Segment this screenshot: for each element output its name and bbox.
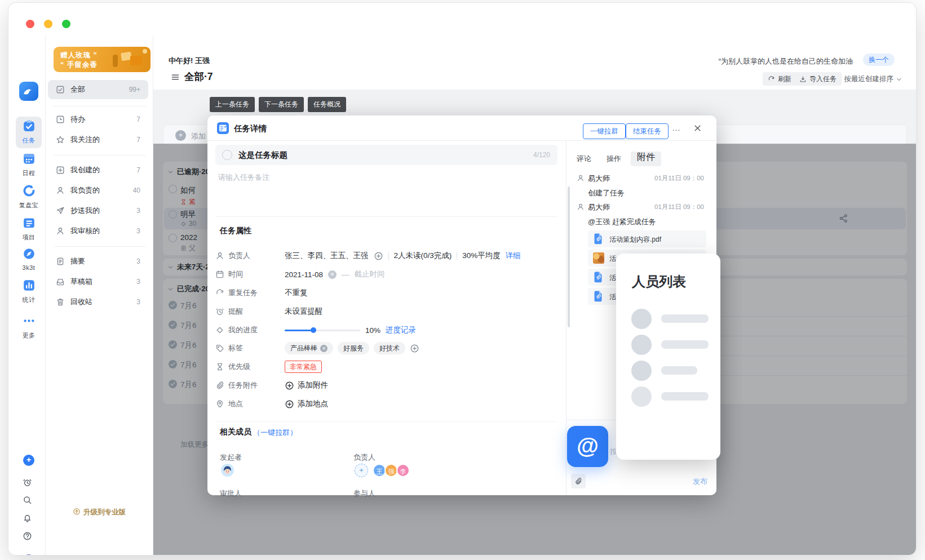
add-location-button[interactable]: 添加地点 <box>285 399 328 409</box>
pdf-attachment-icon <box>594 291 603 302</box>
due-date-placeholder[interactable]: 截止时间 <box>355 269 385 279</box>
refresh-icon <box>768 75 775 83</box>
tag-chip[interactable]: 好服务 <box>338 342 369 354</box>
import-tasks-button[interactable]: 导入任务 <box>794 72 842 86</box>
screen: 任务 日程 复盘宝 项目 3k3t 统计 更多 + <box>0 0 925 560</box>
mention-button[interactable]: @ <box>567 426 608 467</box>
slider-knob[interactable] <box>311 327 316 333</box>
todo-icon <box>56 115 65 124</box>
tag-chip[interactable]: 好技术 <box>374 342 405 354</box>
next-task-tooltip[interactable]: 下一条任务 <box>259 97 304 112</box>
rail-item-project[interactable]: 项目 <box>16 216 42 242</box>
prop-priority: 优先级 非常紧急 <box>215 360 559 374</box>
create-group-chat-button[interactable]: 一键拉群 <box>583 123 626 139</box>
sidebar-item-cc[interactable]: 抄送我的 3 <box>48 201 148 220</box>
add-assignee-button[interactable]: + <box>355 464 368 477</box>
sidebar-item-summary[interactable]: 摘要 3 <box>48 252 148 271</box>
plus-circle-icon <box>285 381 294 390</box>
promo-banner[interactable]: 赠人玫瑰 ” “ 手留余香 <box>54 47 151 72</box>
task-overview-tooltip[interactable]: 任务概况 <box>308 97 346 112</box>
rail-item-stats[interactable]: 统计 <box>16 279 42 304</box>
group-chat-link[interactable]: （一键拉群） <box>253 428 297 438</box>
attachment-row[interactable]: 活动策划内容.pdf <box>588 230 706 247</box>
sort-dropdown[interactable]: 按最近创建排序 <box>844 74 903 84</box>
calendar-icon <box>215 270 224 279</box>
daily-quote: “为别人鼓掌的人也是在给自己的生命加油 <box>719 56 853 66</box>
help-icon[interactable] <box>23 531 32 541</box>
user-icon <box>215 251 224 260</box>
repeat-value[interactable]: 不重复 <box>285 288 308 298</box>
prev-task-tooltip[interactable]: 上一条任务 <box>210 97 255 112</box>
create-button[interactable]: + <box>23 455 34 466</box>
assignee-names[interactable]: 张三、李四、王五、王强 <box>285 251 369 261</box>
rail-item-3k3t[interactable]: 3k3t <box>16 247 42 271</box>
guide-tooltips: 上一条任务 下一条任务 任务概况 <box>210 97 346 112</box>
initiator-avatar[interactable] <box>221 464 234 477</box>
task-note-input[interactable]: 请输入任务备注 <box>218 172 269 183</box>
detail-link[interactable]: 详细 <box>506 251 521 261</box>
rail-item-more[interactable]: 更多 <box>16 314 42 340</box>
alarm-clock-icon[interactable] <box>23 478 32 487</box>
add-tag-icon[interactable] <box>410 344 419 353</box>
chevron-down-icon <box>896 76 902 83</box>
progress-slider[interactable] <box>285 327 360 333</box>
member-avatar[interactable]: 李 <box>396 464 410 477</box>
prop-label: 提醒 <box>228 306 285 317</box>
search-icon[interactable] <box>23 495 32 505</box>
refresh-button[interactable]: 刷新 <box>763 72 796 86</box>
add-assignee-icon[interactable] <box>374 251 383 261</box>
close-modal-icon[interactable] <box>693 124 702 132</box>
banner-line1: 赠人玫瑰 ” <box>60 51 98 60</box>
tag-chip[interactable]: 产品棒棒✕ <box>285 342 333 354</box>
remove-tag-icon[interactable]: ✕ <box>320 345 327 352</box>
menu-icon[interactable] <box>171 73 180 82</box>
sidebar-item-drafts[interactable]: 草稿箱 3 <box>48 272 148 291</box>
sidebar-item-trash[interactable]: 回收站 3 <box>48 292 148 312</box>
sidebar-item-count: 7 <box>136 115 140 123</box>
start-date[interactable]: 2021-11-08 <box>285 270 323 279</box>
finish-task-button[interactable]: 结束任务 <box>626 123 669 139</box>
clear-date-icon[interactable]: ✕ <box>328 270 337 279</box>
sidebar-item-todo[interactable]: 待办 7 <box>48 110 148 129</box>
sidebar-item-label: 草稿箱 <box>70 277 136 287</box>
add-attachment-button[interactable]: 添加附件 <box>285 380 328 390</box>
paper-plane-icon <box>56 206 65 215</box>
change-quote-button[interactable]: 换一个 <box>863 54 895 66</box>
progress-log-link[interactable]: 进度记录 <box>386 325 416 335</box>
priority-badge[interactable]: 非常紧急 <box>285 361 322 373</box>
minimize-window-button[interactable] <box>44 20 52 28</box>
rail-item-replay[interactable]: 复盘宝 <box>16 184 42 210</box>
tab-attachments[interactable]: 附件 <box>631 152 661 166</box>
trash-icon <box>56 297 65 306</box>
sidebar-item-following[interactable]: 我关注的 7 <box>48 130 148 149</box>
people-list-card: 人员列表 <box>616 254 720 460</box>
sidebar-item-review[interactable]: 我审核的 3 <box>48 221 148 241</box>
upgrade-button[interactable]: 升级到专业版 <box>46 508 153 517</box>
rail-item-schedule[interactable]: 日程 <box>16 152 42 177</box>
close-window-button[interactable] <box>26 20 34 28</box>
divider <box>54 155 146 155</box>
task-detail-icon <box>217 122 229 134</box>
notifications-icon[interactable] <box>23 513 32 523</box>
skeleton-bar <box>661 366 697 375</box>
prop-assignee: 负责人 张三、李四、王五、王强 2人未读(0/3完成) 30%平均度 详细 <box>215 249 559 263</box>
attach-file-button[interactable] <box>571 474 586 488</box>
sidebar-item-all[interactable]: 全部 99+ <box>48 80 148 99</box>
app-logo-icon[interactable] <box>19 82 38 101</box>
remind-value[interactable]: 未设置提醒 <box>285 306 323 317</box>
more-actions-button[interactable]: … <box>672 123 681 132</box>
approver-label: 审批人 <box>220 488 242 499</box>
tab-comments[interactable]: 评论 <box>577 152 591 166</box>
task-checkbox[interactable] <box>222 150 232 160</box>
sidebar-item-label: 全部 <box>70 85 129 95</box>
rail-item-tasks[interactable]: 任务 <box>16 117 42 148</box>
task-title-field[interactable]: 这是任务标题 4/120 <box>215 145 557 165</box>
tab-actions[interactable]: 操作 <box>607 152 621 166</box>
sidebar-item-count: 3 <box>136 278 140 286</box>
scrollbar-thumb[interactable] <box>568 186 570 327</box>
publish-button[interactable]: 发布 <box>693 477 707 487</box>
sidebar-item-created[interactable]: 我创建的 7 <box>48 161 148 180</box>
sidebar-item-owned[interactable]: 我负责的 40 <box>48 181 148 200</box>
user-avatar[interactable] <box>20 554 37 555</box>
maximize-window-button[interactable] <box>62 20 70 28</box>
